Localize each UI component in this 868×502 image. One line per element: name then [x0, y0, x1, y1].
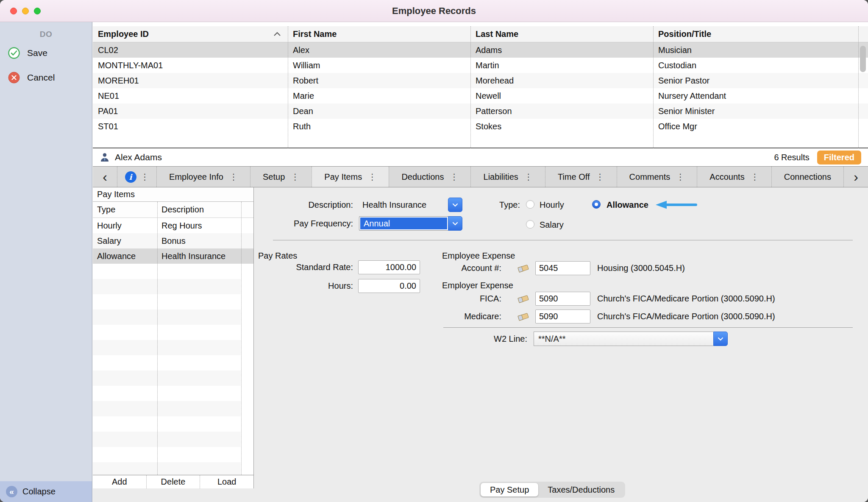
- hours-input[interactable]: [358, 279, 420, 293]
- account-description: Housing (3000.5045.H): [597, 261, 685, 275]
- medicare-lookup-eraser-icon[interactable]: [516, 312, 530, 322]
- cell-position: Office Mgr: [653, 119, 868, 134]
- kebab-menu-icon[interactable]: [141, 172, 149, 182]
- description-dropdown-value[interactable]: Health Insurance: [362, 198, 445, 212]
- add-button[interactable]: Add: [93, 475, 147, 488]
- type-salary-radio[interactable]: [526, 220, 534, 229]
- table-row[interactable]: MONTHLY-MA01 William Martin Custodian: [93, 58, 868, 73]
- type-allowance-label[interactable]: Allowance: [606, 198, 648, 212]
- description-label: Description:: [254, 198, 353, 212]
- tab-accounts[interactable]: Accounts: [697, 167, 771, 187]
- description-dropdown-button[interactable]: [448, 198, 462, 212]
- table-scrollbar[interactable]: [860, 46, 866, 72]
- pay-frequency-dropdown[interactable]: Annual: [359, 216, 448, 231]
- table-row[interactable]: PA01 Dean Patterson Senior Minister: [93, 103, 868, 119]
- employee-records-window: Employee Records DO Save Cancel Collapse: [0, 0, 868, 502]
- tab-connections[interactable]: Connections: [771, 167, 843, 187]
- kebab-menu-icon[interactable]: [595, 172, 604, 182]
- cell-first-name: Alex: [288, 42, 470, 58]
- chevron-left-icon: [103, 170, 107, 184]
- collapse-icon: [6, 486, 17, 497]
- tabs-scroll-right-button[interactable]: [843, 167, 868, 187]
- w2-line-dropdown[interactable]: **N/A**: [534, 332, 713, 346]
- cell-last-name: Martin: [470, 58, 653, 73]
- hours-label: Hours:: [254, 279, 353, 293]
- load-button[interactable]: Load: [200, 475, 253, 488]
- cell-position: Musician: [653, 42, 868, 58]
- minimize-button[interactable]: [22, 8, 29, 14]
- kebab-menu-icon[interactable]: [291, 172, 299, 182]
- tab-label: Connections: [784, 172, 831, 182]
- column-header-position[interactable]: Position/Title: [653, 26, 868, 42]
- tab-pay-setup[interactable]: Pay Setup: [481, 483, 538, 496]
- kebab-menu-icon[interactable]: [676, 172, 684, 182]
- list-item[interactable]: Allowance Health Insurance: [93, 248, 253, 264]
- cancel-button[interactable]: Cancel: [0, 67, 92, 88]
- cell-first-name: William: [288, 58, 470, 73]
- tab-liabilities[interactable]: Liabilities: [470, 167, 545, 187]
- sort-ascending-icon[interactable]: [273, 32, 281, 36]
- save-button[interactable]: Save: [0, 42, 92, 64]
- kebab-menu-icon[interactable]: [751, 172, 759, 182]
- tab-setup[interactable]: Setup: [250, 167, 312, 187]
- kebab-menu-icon[interactable]: [368, 172, 376, 182]
- cell-position: Senior Pastor: [653, 73, 868, 88]
- column-header-type[interactable]: Type: [93, 202, 157, 218]
- medicare-account-input[interactable]: [535, 310, 590, 324]
- w2-line-dropdown-button[interactable]: [713, 332, 728, 346]
- list-item[interactable]: Hourly Reg Hours: [93, 218, 253, 233]
- pay-items-actions: Add Delete Load: [93, 475, 254, 488]
- standard-rate-label: Standard Rate:: [254, 260, 353, 274]
- list-item[interactable]: Salary Bonus: [93, 233, 253, 248]
- empty-rows: [93, 264, 241, 488]
- tab-label: Time Off: [558, 172, 590, 182]
- tab-employee-info[interactable]: Employee Info: [156, 167, 250, 187]
- account-number-input[interactable]: [535, 261, 590, 275]
- collapse-button[interactable]: Collapse: [0, 481, 92, 502]
- selected-employee-name: Alex Adams: [115, 152, 162, 162]
- table-row[interactable]: CL02 Alex Adams Musician: [93, 42, 868, 58]
- delete-button[interactable]: Delete: [147, 475, 200, 488]
- fica-lookup-eraser-icon[interactable]: [516, 294, 530, 304]
- filtered-badge[interactable]: Filtered: [817, 151, 861, 165]
- cell-last-name: Adams: [470, 42, 653, 58]
- table-row[interactable]: NE01 Marie Newell Nursery Attendant: [93, 88, 868, 103]
- tab-deductions[interactable]: Deductions: [389, 167, 470, 187]
- person-icon: [100, 152, 110, 162]
- column-header-last-name[interactable]: Last Name: [470, 26, 653, 42]
- fica-label: FICA:: [381, 292, 501, 306]
- column-header-employee-id[interactable]: Employee ID: [93, 26, 288, 42]
- cancel-label: Cancel: [27, 73, 55, 83]
- chevron-right-icon: [854, 170, 858, 184]
- table-row[interactable]: MOREH01 Robert Morehead Senior Pastor: [93, 73, 868, 88]
- tab-time-off[interactable]: Time Off: [545, 167, 617, 187]
- account-lookup-eraser-icon[interactable]: [516, 263, 530, 273]
- fica-account-input[interactable]: [535, 292, 590, 306]
- cell-employee-id: MOREH01: [93, 73, 288, 88]
- employee-table-rows: CL02 Alex Adams Musician MONTHLY-MA01 Wi…: [93, 42, 868, 148]
- tabs-scroll-left-button[interactable]: [93, 167, 117, 187]
- tab-taxes-deductions[interactable]: Taxes/Deductions: [538, 483, 624, 496]
- column-header-first-name[interactable]: First Name: [288, 26, 470, 42]
- tab-info-button[interactable]: i: [117, 167, 156, 187]
- pay-items-column-headers: Type Description: [93, 202, 253, 218]
- kebab-menu-icon[interactable]: [229, 172, 238, 182]
- cell-employee-id: MONTHLY-MA01: [93, 58, 288, 73]
- type-allowance-radio[interactable]: [592, 200, 601, 209]
- zoom-button[interactable]: [34, 8, 41, 14]
- type-hourly-label[interactable]: Hourly: [540, 198, 564, 212]
- save-label: Save: [27, 48, 47, 58]
- type-salary-label[interactable]: Salary: [540, 218, 564, 232]
- pay-frequency-dropdown-button[interactable]: [448, 216, 462, 231]
- tab-comments[interactable]: Comments: [617, 167, 697, 187]
- tab-pay-items[interactable]: Pay Items: [312, 167, 389, 187]
- type-hourly-radio[interactable]: [526, 200, 534, 209]
- column-header-description[interactable]: Description: [157, 202, 241, 218]
- pay-item-detail-pane: Description: Health Insurance Pay Freque…: [254, 187, 868, 502]
- close-button[interactable]: [10, 8, 17, 14]
- cell-employee-id: ST01: [93, 119, 288, 134]
- table-row[interactable]: ST01 Ruth Stokes Office Mgr: [93, 119, 868, 134]
- kebab-menu-icon[interactable]: [450, 172, 458, 182]
- cell-employee-id: CL02: [93, 42, 288, 58]
- kebab-menu-icon[interactable]: [524, 172, 533, 182]
